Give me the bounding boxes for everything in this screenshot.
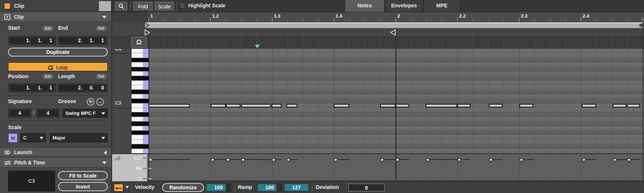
loop-position-field[interactable]: 1. 1. 1 (8, 83, 56, 92)
piano-key-white[interactable] (132, 49, 149, 53)
piano-key-white[interactable] (132, 126, 149, 131)
fit-to-scale-button[interactable]: Fit to Scale (58, 171, 108, 180)
tab-notes[interactable]: Notes (344, 0, 384, 12)
piano-key-black[interactable] (132, 131, 149, 135)
loop-length-field[interactable]: 2. 0. 0 (58, 83, 108, 92)
scrub-row[interactable]: Ω (112, 36, 644, 49)
scale-name-select[interactable]: Major (50, 133, 108, 142)
groove-select[interactable]: Swing MPC F (62, 109, 108, 118)
highlight-scale-checkbox[interactable] (179, 3, 185, 9)
loop-button[interactable]: Loop (8, 62, 108, 71)
velocity-stem-handle[interactable] (426, 158, 430, 162)
piano-key-white[interactable] (132, 81, 149, 85)
piano-key-white[interactable] (132, 140, 149, 144)
groove-hotswap-button[interactable]: ↻ (87, 98, 94, 106)
scale-root-select[interactable]: C (20, 133, 46, 142)
lane-dropdown-icon[interactable] (125, 186, 129, 189)
midi-note[interactable] (457, 104, 471, 108)
velocity-stem-handle[interactable] (272, 158, 276, 162)
piano-key-black[interactable] (132, 112, 149, 116)
search-button[interactable] (115, 2, 127, 10)
ramp-from-field[interactable]: 100 (257, 183, 282, 192)
loop-start-handle[interactable] (144, 22, 150, 28)
velocity-stem-handle[interactable] (457, 158, 461, 162)
piano-key-black[interactable] (132, 76, 149, 80)
midi-note[interactable] (396, 104, 409, 108)
piano-key-white[interactable] (132, 53, 149, 58)
piano-key-white[interactable] (132, 103, 149, 108)
piano-key-black[interactable] (132, 58, 149, 62)
fold-button[interactable]: Fold (133, 2, 153, 10)
velocity-stem-handle[interactable] (380, 158, 384, 162)
clip-start-field[interactable]: 1. 1. 1 (8, 36, 56, 45)
velocity-stem-handle[interactable] (627, 158, 631, 162)
piano-key-black[interactable] (132, 144, 149, 148)
velocity-stem-handle[interactable] (286, 158, 290, 162)
piano-key-white[interactable] (132, 117, 149, 121)
loop-end-handle[interactable] (638, 22, 643, 28)
midi-note[interactable] (613, 104, 626, 108)
piano-key-white[interactable] (132, 108, 149, 112)
playhead-marker-icon[interactable] (254, 45, 260, 48)
set-position-button[interactable]: Set (41, 73, 54, 80)
expand-launch-icon[interactable] (104, 150, 107, 155)
randomize-button[interactable]: Randomize (162, 183, 204, 192)
velocity-lane[interactable]: 127 64 1 (112, 153, 644, 181)
piano-key-black[interactable] (132, 90, 149, 94)
midi-note[interactable] (627, 104, 640, 108)
clip-section-header[interactable]: Clip (0, 12, 111, 22)
velocity-stem-handle[interactable] (613, 158, 617, 162)
piano-key-white[interactable] (132, 62, 149, 67)
lane-select-button[interactable] (114, 184, 123, 192)
pitch-time-section-header[interactable]: Pitch & Time (0, 158, 111, 168)
collapse-clip-icon[interactable] (102, 16, 107, 19)
velocity-stem-handle[interactable] (211, 158, 215, 162)
midi-note[interactable] (241, 104, 271, 108)
velocity-stem-line[interactable] (427, 159, 457, 160)
clip-end-marker[interactable] (389, 29, 396, 36)
piano-key-white[interactable] (132, 149, 149, 153)
set-end-button[interactable]: Set (94, 25, 108, 32)
midi-note[interactable] (380, 104, 396, 108)
midi-note[interactable] (211, 104, 226, 108)
piano-key-black[interactable] (132, 99, 149, 103)
velocity-stem-handle[interactable] (241, 158, 245, 162)
transpose-field[interactable]: C3 (8, 171, 55, 192)
panel-resize-handle[interactable] (99, 1, 111, 11)
piano-key-white[interactable] (132, 72, 149, 76)
duplicate-button[interactable]: Duplicate (8, 48, 108, 57)
velocity-stem-handle[interactable] (396, 158, 400, 162)
clip-end-field[interactable]: 2. 1. 1 (58, 36, 108, 45)
velocity-stem-handle[interactable] (489, 158, 493, 162)
set-start-button[interactable]: Set (41, 25, 54, 32)
midi-note[interactable] (519, 104, 533, 108)
piano-key-black[interactable] (132, 67, 149, 71)
piano-roll-grid[interactable]: C4C3 (112, 49, 644, 153)
deviation-field[interactable]: 0 (348, 183, 385, 192)
velocity-stem-handle[interactable] (226, 158, 230, 162)
midi-note[interactable] (272, 104, 282, 108)
clip-marker-row[interactable] (112, 29, 644, 36)
midi-note[interactable] (149, 104, 190, 108)
beat-time-ruler[interactable]: 11.21.31.422.22.32.4 (112, 12, 644, 22)
loop-brace[interactable] (144, 22, 643, 28)
midi-note[interactable] (489, 104, 502, 108)
velocity-stem-line[interactable] (150, 159, 190, 160)
ramp-to-field[interactable]: 127 (284, 183, 309, 192)
velocity-stem-line[interactable] (243, 159, 271, 160)
tab-mpe[interactable]: MPE (423, 0, 461, 12)
clip-color-swatch[interactable] (4, 3, 10, 9)
signature-denominator-field[interactable]: 4 (36, 109, 60, 118)
signature-numerator-field[interactable]: 4 (8, 109, 31, 118)
piano-key-white[interactable] (132, 135, 149, 139)
midi-note[interactable] (582, 104, 596, 108)
velocity-stem-handle[interactable] (519, 158, 523, 162)
collapse-pitch-time-icon[interactable] (102, 161, 107, 164)
clip-start-marker[interactable] (144, 29, 150, 36)
piano-key-white[interactable] (132, 85, 149, 90)
midi-note[interactable] (426, 104, 457, 108)
randomize-amount-field[interactable]: 100 (206, 183, 231, 192)
groove-commit-button[interactable]: → (96, 98, 104, 106)
velocity-stem-handle[interactable] (334, 158, 338, 162)
velocity-stem-handle[interactable] (582, 158, 586, 162)
